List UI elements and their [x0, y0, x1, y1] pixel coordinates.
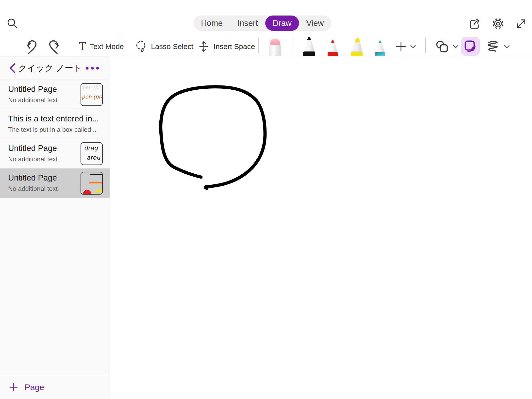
drawing-canvas[interactable] — [111, 56, 532, 399]
lasso-icon — [135, 40, 147, 53]
top-toolbar: Home Insert Draw View — [0, 0, 532, 56]
page-subtitle: No additional text — [8, 155, 58, 163]
redo-icon — [48, 39, 61, 54]
shapes-button[interactable] — [435, 37, 459, 56]
ink-note-icon — [464, 40, 477, 53]
text-mode-button[interactable]: T Text Mode — [79, 37, 124, 56]
page-title: Untitled Page — [8, 84, 57, 94]
page-subtitle: The text is put in a box called... — [8, 126, 96, 133]
add-pen-button[interactable] — [395, 37, 416, 56]
sidebar-header: クイック ノート — [0, 56, 110, 80]
ribbon-tab-bar: Home Insert Draw View — [194, 16, 331, 31]
page-title: Untitled Page — [8, 144, 57, 153]
redo-button[interactable] — [48, 37, 61, 56]
ink-stroke-circle — [161, 87, 265, 188]
ink-note-button[interactable] — [461, 37, 480, 56]
highlighter-yellow-tool[interactable] — [349, 36, 365, 56]
add-page-button[interactable]: Page — [0, 375, 110, 399]
ellipsis-icon — [85, 66, 99, 70]
share-icon[interactable] — [468, 17, 481, 30]
chevron-down-icon — [410, 45, 416, 49]
back-button[interactable] — [8, 63, 17, 74]
plus-icon — [9, 382, 18, 392]
page-thumbnail — [81, 172, 103, 195]
ink-to-shape-button[interactable] — [486, 37, 510, 56]
eraser-tool[interactable] — [268, 38, 283, 56]
page-list-sidebar: クイック ノート Untitled Page No additional tex… — [0, 56, 110, 399]
page-thumbnail: pen (bl pen (ora — [81, 83, 103, 106]
thumbnail-handwriting-line: pen (ora — [82, 94, 103, 100]
page-list-item-selected[interactable]: Untitled Page No additional text — [0, 168, 110, 198]
page-title: This is a text entered in... — [8, 114, 99, 123]
text-mode-label: Text Mode — [90, 42, 124, 51]
toolbar-divider — [70, 38, 70, 53]
page-thumbnail: drag arou — [81, 142, 103, 165]
pen-galaxy-teal-tool[interactable] — [372, 36, 388, 56]
expand-icon[interactable] — [515, 18, 527, 30]
lasso-select-button[interactable]: Lasso Select — [135, 37, 193, 56]
tab-home[interactable]: Home — [194, 16, 230, 31]
page-list-item[interactable]: Untitled Page No additional text drag ar… — [0, 139, 110, 168]
search-icon — [6, 18, 18, 30]
plus-icon — [395, 41, 407, 52]
pen-red-tool[interactable] — [325, 36, 341, 56]
thumbnail-handwriting-line: pen (bl — [83, 85, 100, 90]
page-subtitle: No additional text — [8, 96, 58, 104]
squiggle-icon — [486, 39, 500, 54]
notebook-section-title: クイック ノート — [17, 56, 83, 80]
page-list-item[interactable]: This is a text entered in... The text is… — [0, 109, 110, 139]
chevron-down-icon — [453, 45, 459, 49]
toolbar-divider — [293, 38, 293, 53]
toolbar-divider — [425, 38, 426, 53]
thumbnail-handwriting-line: arou — [87, 154, 101, 161]
section-more-button[interactable] — [85, 66, 99, 70]
tab-draw[interactable]: Draw — [265, 16, 299, 31]
page-list-item[interactable]: Untitled Page No additional text pen (bl… — [0, 80, 110, 109]
toolbar-divider — [258, 38, 259, 53]
undo-icon — [25, 39, 38, 54]
page-title: Untitled Page — [8, 173, 57, 183]
undo-button[interactable] — [25, 37, 38, 56]
lasso-select-label: Lasso Select — [151, 42, 193, 51]
gear-icon[interactable] — [492, 17, 504, 30]
chevron-down-icon — [504, 45, 510, 49]
add-page-label: Page — [25, 382, 44, 392]
insert-space-icon — [198, 40, 210, 53]
insert-space-button[interactable]: Insert Space — [198, 37, 255, 56]
shapes-icon — [435, 40, 449, 53]
ink-layer — [111, 56, 532, 399]
insert-space-label: Insert Space — [214, 42, 255, 51]
window-actions — [468, 17, 527, 30]
page-subtitle: No additional text — [8, 185, 58, 193]
thumbnail-sketch — [81, 172, 102, 194]
tab-view[interactable]: View — [299, 16, 331, 31]
pen-black-tool[interactable] — [301, 36, 317, 56]
tab-insert[interactable]: Insert — [230, 16, 265, 31]
chevron-left-icon — [8, 63, 17, 74]
search-button[interactable] — [6, 18, 18, 30]
thumbnail-handwriting-line: drag — [84, 144, 98, 152]
text-mode-icon: T — [79, 41, 86, 52]
